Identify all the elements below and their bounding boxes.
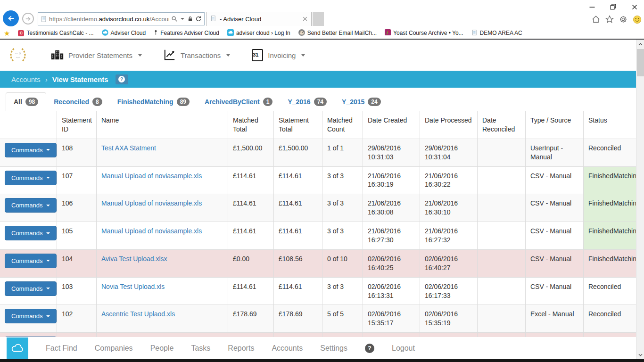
cell-commands: Commands <box>0 167 57 194</box>
statement-name-link[interactable]: Test AXA Statment <box>101 144 156 152</box>
table-row: Commands 105 Manual Upload of noviasampl… <box>0 222 644 250</box>
tab-finishedmatching[interactable]: FinishedMatching 89 <box>110 93 197 111</box>
url-dropdown-icon[interactable] <box>181 18 184 20</box>
help-button[interactable]: ? <box>116 74 128 84</box>
cell-name: Manual Upload of noviasample.xls <box>96 167 228 194</box>
statement-name-link[interactable]: Manual Upload of noviasample.xls <box>101 172 202 180</box>
tab-label: ArchivedByClient <box>205 98 260 106</box>
cell-matched-total: £0.00 <box>228 250 273 277</box>
cell-date-processed: 02/06/2016 16:40:27 <box>420 250 477 277</box>
cell-status: FinishedMatching <box>583 167 644 194</box>
search-icon[interactable] <box>171 16 178 22</box>
commands-button[interactable]: Commands <box>5 254 57 268</box>
header-statement-total: Statement Total <box>273 111 322 139</box>
footer-fact-find[interactable]: Fact Find <box>46 344 77 353</box>
favorite-adviser-cloud-login[interactable]: adviser cloud › Log In <box>227 29 290 37</box>
app-logo <box>7 44 29 66</box>
commands-button[interactable]: Commands <box>5 171 57 185</box>
nav-transactions[interactable]: Transactions <box>164 49 230 62</box>
minimize-icon[interactable] <box>589 4 595 10</box>
statement-name-link[interactable]: Aviva Test Upload.xlsx <box>101 255 167 263</box>
favorites-star-icon[interactable] <box>605 15 614 24</box>
refresh-icon[interactable] <box>195 16 202 22</box>
tab-y2016[interactable]: Y_2016 74 <box>280 93 334 111</box>
forward-button[interactable] <box>22 13 34 25</box>
cell-commands: Commands <box>0 139 57 166</box>
commands-button[interactable]: Commands <box>5 226 57 240</box>
favorite-features-adviser-cloud[interactable]: Features Adviser Cloud <box>154 29 219 37</box>
statement-name-link[interactable]: Novia Test Upload.xls <box>101 283 165 290</box>
tab-close-icon[interactable] <box>303 16 307 23</box>
cell-name: Ascentric Test Uplaod.xls <box>96 305 228 332</box>
commands-button[interactable]: Commands <box>5 281 57 296</box>
statement-name-link[interactable]: Manual Upload of noviasample.xls <box>101 227 202 235</box>
favorite-label: Testimonials CashCalc - ... <box>26 30 93 36</box>
tab-reconciled[interactable]: Reconciled 8 <box>46 93 109 111</box>
footer-settings[interactable]: Settings <box>320 344 347 353</box>
commands-button[interactable]: Commands <box>5 309 57 323</box>
statement-name-link[interactable]: Manual Upload of noviasample.xls <box>101 199 202 207</box>
scroll-down-icon[interactable] <box>636 351 644 359</box>
cell-date-created: 02/06/2016 16:13:31 <box>363 278 420 305</box>
cell-date-created: 02/06/2016 15:35:17 <box>363 305 420 332</box>
cloud-logo-icon[interactable] <box>7 337 28 359</box>
favorite-testimonials-cashcalc[interactable]: Testimonials CashCalc - ... <box>18 30 93 36</box>
scrollbar-thumb[interactable] <box>637 49 644 76</box>
header-status: Status <box>583 111 644 139</box>
buildings-icon <box>51 49 64 62</box>
cell-type-source: CSV - Manual <box>525 278 583 305</box>
cell-date-processed: 21/06/2016 16:30:22 <box>420 167 477 194</box>
cell-statement-id: 104 <box>57 250 96 277</box>
tab-y2015[interactable]: Y_2015 24 <box>334 93 388 111</box>
favorite-adviser-cloud[interactable]: Adviser Cloud <box>102 29 146 37</box>
nav-label: Provider Statements <box>68 51 132 59</box>
cell-matched-count: 3 of 3 <box>322 194 363 222</box>
cell-date-processed: 02/06/2016 15:35:19 <box>420 305 477 332</box>
tab-title: - Adviser Cloud <box>220 16 299 23</box>
footer-help-icon[interactable]: ? <box>365 344 374 353</box>
scroll-up-icon[interactable] <box>636 40 644 48</box>
breadcrumb-accounts-link[interactable]: Accounts <box>11 75 41 83</box>
footer-reports[interactable]: Reports <box>228 344 254 353</box>
commands-button[interactable]: Commands <box>5 143 57 157</box>
favorite-label: DEMO AREA AC <box>480 30 522 36</box>
footer-accounts[interactable]: Accounts <box>272 344 303 353</box>
vertical-scrollbar[interactable] <box>636 40 644 359</box>
feedback-smiley-icon[interactable] <box>632 15 642 24</box>
favorite-demo-area[interactable]: DEMO AREA AC <box>471 29 522 37</box>
statements-table: Statement ID Name Matched Total Statemen… <box>0 111 644 361</box>
pin-icon <box>154 29 158 37</box>
tab-archivedbyclient[interactable]: ArchivedByClient 1 <box>197 93 280 111</box>
commands-button-label: Commands <box>11 313 42 320</box>
cell-statement-id: 107 <box>57 167 96 194</box>
close-icon[interactable] <box>631 4 637 10</box>
commands-button-label: Commands <box>11 230 42 237</box>
statement-name-link[interactable]: Ascentric Test Uplaod.xls <box>101 310 175 318</box>
tab-label: Y_2016 <box>288 98 310 106</box>
nav-invoicing[interactable]: 31 Invoicing <box>252 49 305 61</box>
footer-logout[interactable]: Logout <box>392 344 415 353</box>
footer-companies[interactable]: Companies <box>95 344 133 353</box>
footer-people[interactable]: People <box>150 344 174 353</box>
restore-icon[interactable] <box>610 4 616 10</box>
cell-matched-total: £1,500.00 <box>228 139 273 166</box>
footer-tasks[interactable]: Tasks <box>191 344 210 353</box>
favorites-bar-star-icon[interactable]: ★ <box>4 30 10 37</box>
favorite-label: adviser cloud › Log In <box>236 30 290 36</box>
home-icon[interactable] <box>591 15 601 24</box>
cell-type-source: UserInput - Manual <box>525 139 583 166</box>
gear-icon[interactable] <box>619 15 628 24</box>
favorite-label: Features Adviser Cloud <box>160 30 219 36</box>
browser-tab[interactable]: - Adviser Cloud <box>206 12 312 26</box>
table-row: Commands 103 Novia Test Upload.xls £114.… <box>0 278 644 305</box>
commands-button[interactable]: Commands <box>5 198 57 213</box>
favorites-bar: ★ Testimonials CashCalc - ... Adviser Cl… <box>0 27 644 39</box>
cell-name: Manual Upload of noviasample.xls <box>96 222 228 249</box>
tab-all[interactable]: All 98 <box>6 92 46 111</box>
new-tab-button[interactable] <box>313 12 324 26</box>
favorite-yoast[interactable]: Yoast Course Archive • Yo... <box>385 29 463 37</box>
nav-provider-statements[interactable]: Provider Statements <box>51 49 142 62</box>
address-bar[interactable]: https://clientdemo.advisorcloud.co.uk/Ac… <box>38 12 205 25</box>
back-button[interactable] <box>3 10 19 26</box>
favorite-mailchimp[interactable]: Send Better Email MailCh... <box>298 29 377 37</box>
